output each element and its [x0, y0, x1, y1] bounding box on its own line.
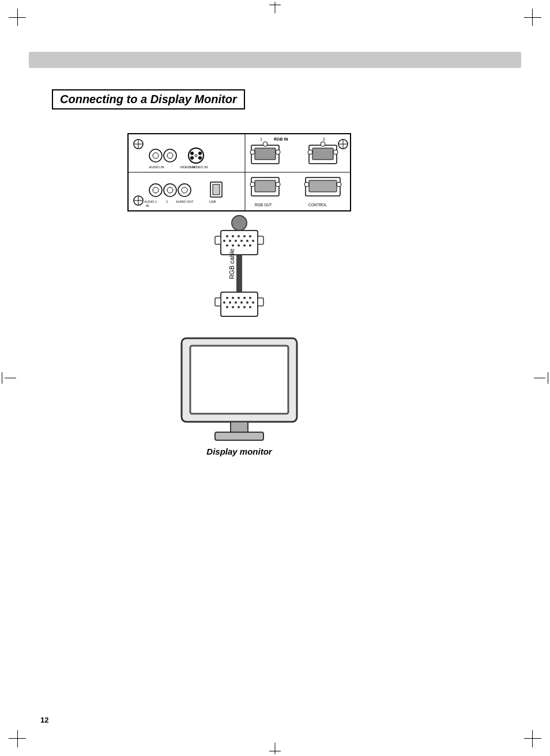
svg-point-95 — [226, 306, 228, 308]
device-panel: AUDIO IN VIDEO IN S-VIDEO IN AUDIO 1 IN … — [127, 133, 352, 214]
svg-rect-80 — [215, 236, 221, 244]
svg-rect-53 — [255, 180, 276, 192]
svg-point-19 — [198, 152, 202, 155]
svg-point-79 — [249, 244, 251, 247]
svg-point-50 — [333, 150, 338, 154]
svg-point-76 — [232, 244, 234, 247]
svg-point-21 — [198, 156, 202, 160]
svg-point-71 — [235, 240, 237, 242]
monitor-svg — [176, 335, 303, 442]
svg-rect-33 — [213, 184, 220, 195]
svg-text:RGB IN: RGB IN — [274, 137, 288, 141]
crop-mark-bl-v — [17, 730, 18, 747]
svg-point-72 — [240, 240, 243, 242]
svg-rect-105 — [215, 432, 263, 440]
svg-point-67 — [243, 235, 246, 237]
svg-text:USB: USB — [209, 200, 216, 203]
svg-rect-48 — [312, 148, 333, 160]
svg-point-86 — [238, 297, 240, 299]
svg-point-27 — [153, 187, 159, 193]
svg-point-73 — [246, 240, 248, 242]
svg-rect-103 — [190, 346, 288, 414]
crop-mark-br-v — [532, 730, 533, 747]
svg-text:S-VIDEO IN: S-VIDEO IN — [189, 165, 208, 169]
svg-point-70 — [229, 240, 231, 242]
svg-point-59 — [337, 182, 341, 187]
svg-point-74 — [252, 240, 254, 242]
svg-text:RGB OUT: RGB OUT — [255, 203, 272, 207]
svg-rect-100 — [215, 298, 221, 306]
svg-point-65 — [232, 235, 234, 237]
svg-text:AUDIO IN: AUDIO IN — [149, 165, 164, 169]
svg-point-78 — [243, 244, 246, 247]
crop-mark-tr-h — [524, 17, 541, 18]
svg-point-64 — [226, 235, 228, 237]
center-mark-right-v — [548, 372, 548, 384]
display-monitor-label: Display monitor — [206, 447, 272, 456]
svg-point-96 — [232, 306, 234, 308]
svg-point-94 — [252, 301, 254, 304]
svg-text:2: 2 — [323, 137, 325, 141]
svg-point-89 — [223, 301, 225, 304]
svg-point-91 — [235, 301, 237, 304]
diagram-area: AUDIO IN VIDEO IN S-VIDEO IN AUDIO 1 IN … — [115, 133, 363, 456]
crop-mark-tr-v — [532, 9, 533, 26]
svg-point-49 — [308, 150, 312, 154]
svg-point-45 — [276, 150, 280, 154]
svg-point-92 — [240, 301, 243, 304]
title-box: Connecting to a Display Monitor — [52, 89, 245, 109]
crop-mark-br-h — [524, 738, 541, 739]
center-mark-left-h — [5, 378, 16, 379]
svg-point-90 — [229, 301, 231, 304]
svg-rect-43 — [255, 148, 276, 160]
svg-point-99 — [249, 306, 251, 308]
svg-text:IN: IN — [146, 204, 149, 207]
svg-point-98 — [243, 306, 246, 308]
svg-point-69 — [223, 240, 225, 242]
svg-text:1: 1 — [260, 137, 262, 141]
header-bar — [29, 52, 521, 68]
svg-point-18 — [190, 152, 194, 155]
svg-point-77 — [238, 244, 240, 247]
back-panel-svg: AUDIO IN VIDEO IN S-VIDEO IN AUDIO 1 IN … — [127, 133, 352, 212]
svg-point-29 — [167, 187, 173, 193]
svg-rect-63 — [221, 230, 258, 255]
svg-point-62 — [232, 216, 247, 230]
svg-point-20 — [190, 156, 194, 160]
rgb-cable-label: RGB cable — [228, 248, 235, 279]
svg-point-44 — [250, 150, 255, 154]
svg-point-14 — [153, 153, 159, 158]
svg-text:2: 2 — [166, 200, 168, 203]
svg-point-54 — [250, 182, 255, 187]
svg-rect-101 — [258, 298, 263, 306]
svg-point-55 — [276, 182, 280, 187]
svg-text:AUDIO OUT: AUDIO OUT — [176, 200, 194, 203]
center-mark-bottom-v — [275, 743, 276, 754]
crop-mark-tl-v — [17, 9, 18, 26]
center-mark-top-v — [275, 2, 276, 13]
svg-text:CONTROL: CONTROL — [308, 203, 327, 207]
svg-point-87 — [243, 297, 246, 299]
svg-point-85 — [232, 297, 234, 299]
svg-point-97 — [238, 306, 240, 308]
svg-point-46 — [263, 142, 268, 146]
svg-point-75 — [226, 244, 228, 247]
page-title: Connecting to a Display Monitor — [60, 93, 237, 105]
svg-rect-83 — [221, 292, 258, 316]
cable-svg — [205, 214, 274, 330]
svg-point-58 — [304, 182, 309, 187]
svg-rect-104 — [231, 422, 248, 432]
monitor-container: Display monitor — [176, 335, 303, 456]
svg-point-84 — [226, 297, 228, 299]
svg-point-66 — [238, 235, 240, 237]
svg-rect-57 — [309, 180, 337, 192]
svg-point-88 — [249, 297, 251, 299]
svg-rect-82 — [236, 255, 242, 292]
svg-point-31 — [182, 187, 187, 193]
svg-rect-81 — [258, 236, 263, 244]
svg-text:AUDIO 1: AUDIO 1 — [144, 200, 157, 203]
center-mark-right-h — [534, 378, 545, 379]
svg-point-51 — [321, 142, 325, 146]
center-mark-left-v — [2, 372, 2, 384]
rgb-cable-section: RGB cable — [127, 214, 352, 330]
